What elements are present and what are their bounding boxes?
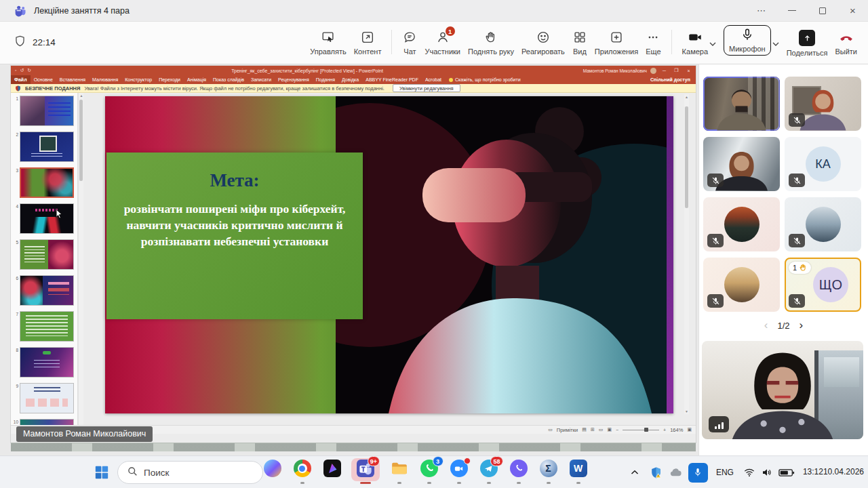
ppt-restore-button[interactable]: ❐ <box>672 68 681 73</box>
slide-thumbnail-5[interactable] <box>20 239 74 270</box>
slide-thumbnail-panel[interactable]: 1 2 3 4 5 6 7 8 9 10 <box>11 93 78 434</box>
participant-tile-3[interactable] <box>703 137 780 191</box>
current-slide[interactable]: Мета: розвінчати поширені міфи про кібер… <box>105 96 673 413</box>
volume-icon[interactable] <box>761 466 773 479</box>
window-maximize-button[interactable] <box>807 0 837 22</box>
ppt-share-button[interactable]: Спільний доступ <box>650 77 696 82</box>
participant-tile-5-avatar[interactable] <box>703 197 780 251</box>
ribbon-tab[interactable]: Записати <box>248 75 275 84</box>
page-next-icon[interactable]: › <box>800 319 804 332</box>
onedrive-cloud-icon[interactable] <box>669 466 683 480</box>
ribbon-tab[interactable]: Рецензування <box>275 75 313 84</box>
copilot-app[interactable] <box>263 460 281 485</box>
content-button[interactable]: Контент <box>354 27 382 56</box>
reading-view-icon[interactable]: ▭ <box>599 427 604 432</box>
language-switcher[interactable]: ENG <box>716 468 734 477</box>
whatsapp-app[interactable]: 3 <box>420 460 438 485</box>
start-button[interactable] <box>94 465 109 480</box>
scroll-down-icon[interactable]: ▼ <box>684 409 689 413</box>
participant-tile-6-avatar[interactable] <box>785 197 861 251</box>
word-app[interactable]: W <box>569 460 587 485</box>
enable-editing-button[interactable]: Увімкнути редагування <box>393 84 460 92</box>
thumbnail-scrollbar[interactable]: ▲ ▼ <box>78 93 83 434</box>
slide-thumbnail-7[interactable] <box>20 311 74 342</box>
ribbon-tab[interactable]: Основне <box>31 75 56 84</box>
file-explorer-app[interactable] <box>390 460 408 485</box>
apps-button[interactable]: Приложения <box>595 27 638 56</box>
ribbon-tab[interactable]: Довідка <box>338 75 362 84</box>
participant-tile-2[interactable] <box>785 77 861 131</box>
zoom-app[interactable] <box>450 460 468 485</box>
ppt-minimize-button[interactable]: ─ <box>660 68 669 73</box>
ribbon-tab[interactable]: Вставлення <box>56 75 89 84</box>
share-button[interactable]: Поделиться <box>787 27 828 57</box>
fit-slide-icon[interactable]: ▣ <box>687 427 692 432</box>
dark-app[interactable] <box>323 460 341 485</box>
tray-expand-icon[interactable] <box>631 470 639 475</box>
ribbon-tab[interactable]: ABBYY FineReader PDF <box>362 75 422 84</box>
window-minimize-button[interactable] <box>776 0 807 22</box>
viber-app[interactable] <box>509 460 528 485</box>
ribbon-tab[interactable]: Анімація <box>184 75 210 84</box>
participants-button[interactable]: 1 Участники <box>425 27 460 56</box>
ribbon-tab[interactable]: Малювання <box>89 75 121 84</box>
active-microphone-indicator[interactable] <box>688 463 708 483</box>
zoom-level[interactable]: 164% <box>670 427 683 433</box>
ribbon-tab[interactable]: Переходи <box>155 75 184 84</box>
ribbon-tab[interactable]: Конструктор <box>121 75 155 84</box>
search-input[interactable]: Поиск <box>117 461 263 484</box>
slide-thumbnail-6[interactable] <box>20 275 74 306</box>
zoom-in-icon[interactable]: + <box>663 428 666 432</box>
camera-chevron-icon[interactable] <box>709 37 716 49</box>
slide-thumbnail-3-current[interactable] <box>20 167 74 198</box>
shared-powerpoint-window[interactable]: ▫↺↻ Тренінг_як_себе_захистити_кібербулін… <box>11 66 696 443</box>
slide-thumbnail-1[interactable] <box>20 96 74 126</box>
presenter-video-tile[interactable] <box>702 341 863 439</box>
more-button[interactable]: Еще <box>646 27 660 56</box>
ribbon-tab[interactable]: Подання <box>313 75 338 84</box>
stats-app[interactable]: Σ <box>539 460 557 485</box>
zoom-slider-handle[interactable] <box>644 428 648 432</box>
security-shield-icon[interactable] <box>650 466 663 479</box>
zoom-slider[interactable] <box>623 430 659 430</box>
normal-view-icon[interactable]: ▤ <box>582 427 587 432</box>
window-close-button[interactable]: × <box>837 0 868 22</box>
microphone-chevron-icon[interactable] <box>772 37 779 49</box>
slide-thumbnail-9[interactable] <box>20 383 74 413</box>
react-button[interactable]: Реагировать <box>521 27 565 56</box>
participant-tile-7-avatar[interactable] <box>703 258 780 312</box>
ppt-close-button[interactable]: × <box>684 68 693 73</box>
leave-button[interactable]: Выйти <box>835 27 857 56</box>
slide-text-box[interactable]: Мета: розвінчати поширені міфи про кібер… <box>106 152 363 319</box>
ribbon-tab[interactable]: Acrobat <box>422 75 445 84</box>
manage-button[interactable]: Управлять <box>310 27 346 56</box>
scroll-up-icon[interactable]: ▲ <box>684 95 689 99</box>
chrome-app[interactable] <box>293 460 311 485</box>
page-previous-icon[interactable]: ‹ <box>764 319 768 332</box>
scrollbar-thumb[interactable] <box>685 106 688 208</box>
slide-vertical-scrollbar[interactable]: ▲ ▼ <box>684 94 689 414</box>
clock[interactable]: 13:12 10.04.2026 <box>803 467 864 478</box>
microphone-button[interactable]: Микрофон <box>724 25 771 56</box>
teams-app-active[interactable]: 9+ <box>353 460 378 485</box>
zoom-out-icon[interactable]: − <box>616 428 618 432</box>
window-more-button[interactable]: ⋯ <box>746 0 776 22</box>
raise-hand-button[interactable]: Поднять руку <box>468 27 514 56</box>
participant-tile-1-speaking[interactable] <box>703 77 780 131</box>
participant-tile-4-initials[interactable]: КА <box>785 137 861 191</box>
slide-thumbnail-2[interactable] <box>20 131 74 162</box>
notes-button[interactable]: Примітки <box>557 427 578 433</box>
quick-access-toolbar[interactable]: ▫↺↻ <box>11 68 31 73</box>
sorter-view-icon[interactable]: ⊞ <box>591 427 595 432</box>
camera-button[interactable]: Камера <box>682 27 708 56</box>
wifi-icon[interactable] <box>743 466 755 479</box>
ribbon-tab[interactable]: Показ слайдів <box>210 75 248 84</box>
slide-editing-area[interactable]: Мета: розвінчати поширені міфи про кібер… <box>84 93 689 425</box>
slide-thumbnail-4[interactable] <box>20 203 74 234</box>
slide-thumbnail-8[interactable] <box>20 347 74 378</box>
telegram-app[interactable]: 58 <box>479 460 498 485</box>
scroll-up-icon[interactable]: ▲ <box>79 94 84 98</box>
chat-button[interactable]: Чат <box>402 27 417 56</box>
view-button[interactable]: Вид <box>572 27 587 56</box>
battery-icon[interactable] <box>778 468 795 477</box>
